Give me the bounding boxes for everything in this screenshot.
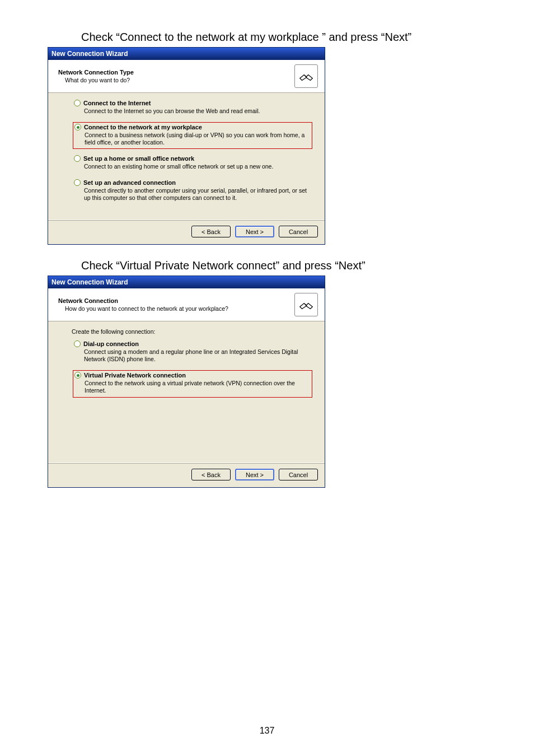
option-desc: Connect to the Internet so you can brows… bbox=[84, 108, 308, 115]
caption-1: Check “Connect to the network at my work… bbox=[81, 31, 534, 44]
radio-icon[interactable] bbox=[74, 100, 81, 106]
back-button[interactable]: < Back bbox=[191, 226, 231, 237]
option-desc: Connect directly to another computer usi… bbox=[84, 187, 308, 202]
option-dialup-connection[interactable]: Dial-up connection Connect using a modem… bbox=[73, 339, 312, 365]
option-label: Set up a home or small office network bbox=[83, 155, 194, 162]
dialog-titlebar: New Connection Wizard bbox=[48, 48, 325, 60]
radio-icon[interactable] bbox=[74, 124, 81, 130]
handshake-icon bbox=[294, 64, 318, 88]
dialog-body: Create the following connection: Dial-up… bbox=[48, 321, 325, 463]
caption-2: Check “Virtual Private Network connect” … bbox=[81, 259, 534, 272]
radio-icon[interactable] bbox=[74, 155, 81, 162]
option-desc: Connect to an existing home or small off… bbox=[84, 163, 308, 170]
option-advanced-connection[interactable]: Set up an advanced connection Connect di… bbox=[73, 178, 312, 204]
dialog-header: Network Connection Type What do you want… bbox=[48, 60, 325, 93]
option-vpn-connection[interactable]: Virtual Private Network connection Conne… bbox=[73, 370, 312, 397]
option-label: Connect to the network at my workplace bbox=[84, 124, 202, 130]
header-subtitle: What do you want to do? bbox=[65, 77, 294, 83]
option-label: Dial-up connection bbox=[83, 340, 139, 347]
handshake-icon bbox=[294, 293, 318, 316]
option-desc: Connect to the network using a virtual p… bbox=[85, 380, 308, 394]
header-title: Network Connection Type bbox=[58, 69, 294, 76]
option-connect-internet[interactable]: Connect to the Internet Connect to the I… bbox=[73, 99, 312, 117]
next-button[interactable]: Next > bbox=[235, 469, 274, 480]
header-title: Network Connection bbox=[58, 297, 294, 304]
option-label: Virtual Private Network connection bbox=[84, 372, 186, 379]
cancel-button[interactable]: Cancel bbox=[279, 226, 318, 237]
radio-icon[interactable] bbox=[74, 340, 81, 347]
intro-text: Create the following connection: bbox=[72, 328, 312, 335]
dialog-header: Network Connection How do you want to co… bbox=[48, 288, 325, 321]
option-desc: Connect using a modem and a regular phon… bbox=[84, 348, 308, 363]
radio-icon[interactable] bbox=[74, 179, 81, 186]
dialog-button-row: < Back Next > Cancel bbox=[48, 220, 325, 244]
radio-icon[interactable] bbox=[74, 372, 81, 379]
new-connection-wizard-dialog-1: New Connection Wizard Network Connection… bbox=[48, 47, 325, 245]
next-button[interactable]: Next > bbox=[235, 226, 274, 237]
back-button[interactable]: < Back bbox=[191, 469, 231, 480]
option-label: Set up an advanced connection bbox=[83, 179, 176, 186]
header-subtitle: How do you want to connect to the networ… bbox=[65, 305, 294, 312]
dialog-button-row: < Back Next > Cancel bbox=[48, 463, 325, 487]
dialog-body: Connect to the Internet Connect to the I… bbox=[48, 93, 325, 220]
option-connect-workplace[interactable]: Connect to the network at my workplace C… bbox=[73, 122, 312, 149]
option-home-office-network[interactable]: Set up a home or small office network Co… bbox=[73, 154, 312, 172]
option-desc: Connect to a business network (using dia… bbox=[85, 132, 308, 146]
new-connection-wizard-dialog-2: New Connection Wizard Network Connection… bbox=[48, 276, 325, 488]
cancel-button[interactable]: Cancel bbox=[279, 469, 318, 480]
dialog-titlebar: New Connection Wizard bbox=[48, 276, 325, 288]
option-label: Connect to the Internet bbox=[83, 100, 151, 106]
page-number: 137 bbox=[0, 726, 534, 736]
